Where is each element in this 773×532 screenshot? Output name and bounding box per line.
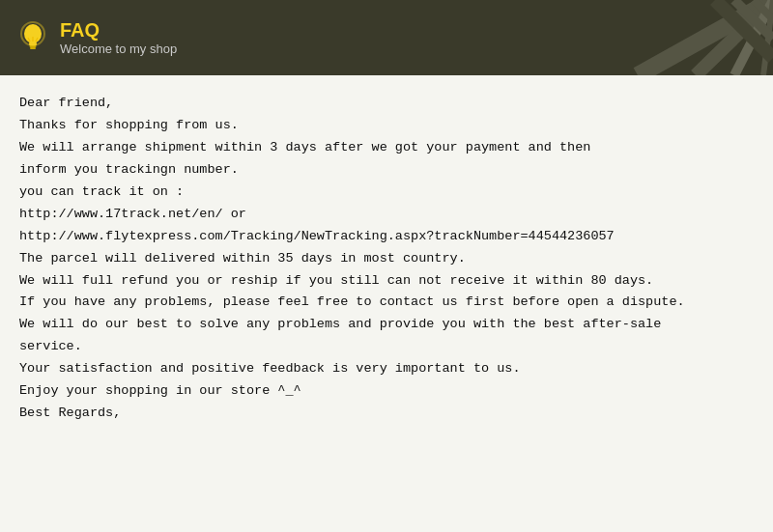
page-header: FAQ Welcome to my shop — [0, 0, 773, 75]
content-line: Best Regards, — [19, 403, 754, 425]
content-line: We will full refund you or reship if you… — [19, 270, 754, 293]
content-line: http://www.flytexpress.com/Tracking/NewT… — [19, 226, 754, 248]
content-line: Thanks for shopping from us. — [19, 115, 754, 137]
content-line: you can track it on : — [19, 182, 754, 204]
content-line: Your satisfaction and positive feedback … — [19, 358, 754, 380]
content-line: service. — [19, 336, 754, 358]
logo-area: FAQ Welcome to my shop — [15, 19, 177, 56]
header-decoration — [560, 0, 773, 75]
content-area: Dear friend,Thanks for shopping from us.… — [0, 75, 773, 532]
content-line: If you have any problems, please feel fr… — [19, 292, 754, 314]
header-subtitle: Welcome to my shop — [60, 42, 177, 56]
header-text: FAQ Welcome to my shop — [60, 19, 177, 56]
content-line: Enjoy your shopping in our store ^_^ — [19, 380, 754, 403]
content-line: We will do our best to solve any problem… — [19, 314, 754, 336]
header-title: FAQ — [60, 19, 177, 42]
content-line: http://www.17track.net/en/ or — [19, 204, 754, 226]
svg-rect-3 — [30, 47, 36, 49]
content-line: Dear friend, — [19, 93, 754, 115]
content-line: inform you trackingn number. — [19, 159, 754, 182]
content-line: The parcel will delivered within 35 days… — [19, 248, 754, 270]
message-body: Dear friend,Thanks for shopping from us.… — [19, 93, 754, 425]
content-line: We will arrange shipment within 3 days a… — [19, 137, 754, 159]
lightbulb-icon — [15, 20, 50, 55]
